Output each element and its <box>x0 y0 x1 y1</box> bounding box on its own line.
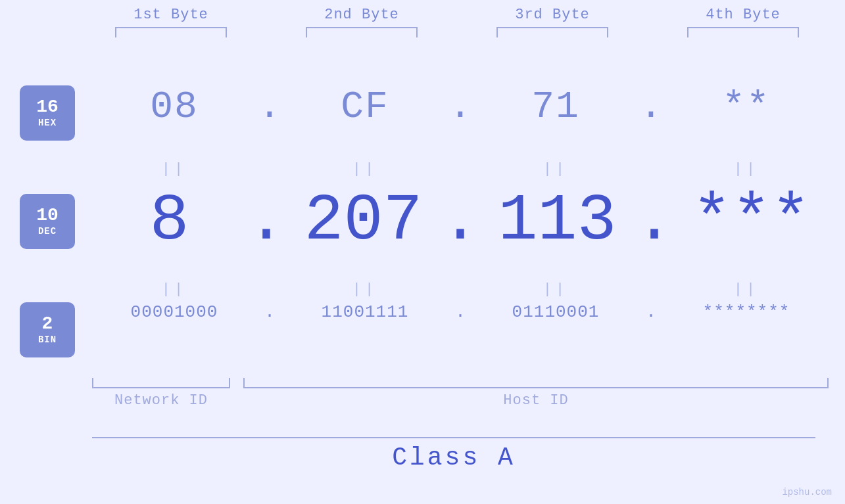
host-id-bracket <box>243 378 829 388</box>
dec-b3-cell: 113 <box>480 184 635 258</box>
class-section: Class A <box>92 437 815 472</box>
hex-b2-cell: CF <box>283 85 447 128</box>
bin-dot3: . <box>638 302 664 322</box>
dec-badge: 10 DEC <box>20 194 75 249</box>
dec-badge-number: 10 <box>36 206 59 225</box>
host-id-wrapper: Host ID <box>243 378 829 409</box>
eq1-b2: || <box>283 161 447 177</box>
class-divider <box>92 437 815 438</box>
hex-dot1: . <box>256 85 283 128</box>
hex-dot2-char: . <box>449 85 472 128</box>
bin-b4-cell: ******** <box>664 302 829 322</box>
bin-badge: 2 BIN <box>20 302 75 357</box>
equals-row-1: || || || || <box>92 161 829 177</box>
eq1-b3: || <box>473 161 638 177</box>
hex-b2-value: CF <box>341 85 389 128</box>
id-brackets-row: Network ID Host ID <box>92 378 829 409</box>
hex-dot1-char: . <box>258 85 281 128</box>
eq2-b4: || <box>664 281 829 298</box>
hex-b4-cell: ** <box>664 85 829 128</box>
dec-b1-cell: 8 <box>92 184 247 258</box>
dec-dot3-char: . <box>635 184 674 258</box>
byte4-header: 4th Byte <box>664 7 822 37</box>
eq2-b3: || <box>473 281 638 298</box>
hex-b1-cell: 08 <box>92 85 256 128</box>
byte1-header: 1st Byte <box>92 7 250 37</box>
hex-dot3: . <box>638 85 664 128</box>
dec-b4-value: *** <box>692 184 810 258</box>
byte4-bracket-top <box>687 27 799 37</box>
bin-b4-value: ******** <box>703 302 790 322</box>
watermark-text: ipshu.com <box>782 487 832 497</box>
host-id-label: Host ID <box>503 392 568 409</box>
bin-b3-value: 01110001 <box>512 302 600 322</box>
bin-badge-label: BIN <box>38 334 57 345</box>
dec-b2-cell: 207 <box>286 184 441 258</box>
bin-row: 00001000 . 11001111 . 01110001 . *******… <box>92 302 829 322</box>
bin-b2-cell: 11001111 <box>283 302 447 322</box>
equals-row-2: || || || || <box>92 281 829 298</box>
bin-dot1-char: . <box>264 302 275 322</box>
dec-dot1: . <box>247 184 286 258</box>
bin-b1-value: 00001000 <box>131 302 218 322</box>
dec-dot2: . <box>441 184 480 258</box>
hex-b3-value: 71 <box>531 85 580 128</box>
hex-row: 08 . CF . 71 . ** <box>92 85 829 128</box>
dec-b3-value: 113 <box>498 184 616 258</box>
bin-dot1: . <box>256 302 283 322</box>
hex-badge: 16 HEX <box>20 85 75 141</box>
hex-b3-cell: 71 <box>473 85 638 128</box>
bin-b2-value: 11001111 <box>322 302 409 322</box>
bin-dot2-char: . <box>455 302 466 322</box>
byte2-header: 2nd Byte <box>283 7 441 37</box>
byte3-header: 3rd Byte <box>473 7 631 37</box>
hex-dot2: . <box>447 85 473 128</box>
byte1-label: 1st Byte <box>133 7 208 27</box>
dec-badge-label: DEC <box>38 226 57 237</box>
dec-dot2-char: . <box>441 184 480 258</box>
byte1-bracket-top <box>115 27 227 37</box>
byte2-bracket-top <box>306 27 418 37</box>
dec-row: 8 . 207 . 113 . *** <box>92 184 829 258</box>
eq2-b1: || <box>92 281 256 298</box>
eq1-b1: || <box>92 161 256 177</box>
bin-badge-number: 2 <box>42 315 53 333</box>
bin-dot3-char: . <box>646 302 656 322</box>
dec-dot1-char: . <box>247 184 286 258</box>
byte4-label: 4th Byte <box>706 7 781 27</box>
byte3-label: 3rd Byte <box>515 7 590 27</box>
eq2-b2: || <box>283 281 447 298</box>
class-label: Class A <box>392 444 516 472</box>
bin-b3-cell: 01110001 <box>473 302 638 322</box>
hex-badge-number: 16 <box>36 98 59 116</box>
dec-dot3: . <box>635 184 674 258</box>
network-id-wrapper: Network ID <box>92 378 230 409</box>
hex-dot3-char: . <box>640 85 663 128</box>
dec-b1-value: 8 <box>149 184 189 258</box>
dec-b4-cell: *** <box>674 184 829 258</box>
hex-badge-label: HEX <box>38 118 57 128</box>
watermark: ipshu.com <box>782 487 832 497</box>
eq1-b4: || <box>664 161 829 177</box>
network-id-bracket <box>92 378 230 388</box>
byte2-label: 2nd Byte <box>324 7 399 27</box>
hex-b1-value: 08 <box>150 85 199 128</box>
bin-dot2: . <box>447 302 473 322</box>
network-id-label: Network ID <box>114 392 208 409</box>
byte3-bracket-top <box>496 27 608 37</box>
bin-b1-cell: 00001000 <box>92 302 256 322</box>
byte-headers: 1st Byte 2nd Byte 3rd Byte 4th Byte <box>92 7 822 37</box>
hex-b4-value: ** <box>722 85 771 128</box>
dec-b2-value: 207 <box>304 184 422 258</box>
main-container: 1st Byte 2nd Byte 3rd Byte 4th Byte 16 H… <box>0 0 845 504</box>
